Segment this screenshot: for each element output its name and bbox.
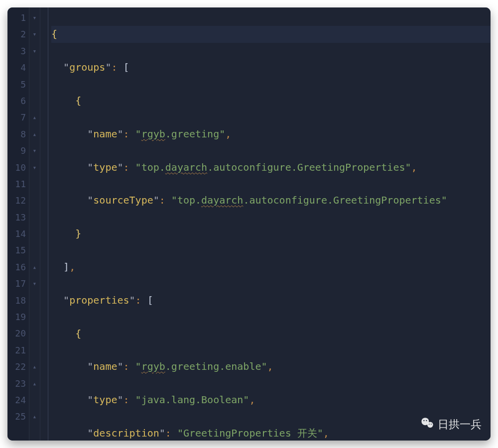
- code-line: {: [51, 326, 491, 342]
- code-line: "type": "top.dayarch.autoconfigure.Greet…: [51, 159, 491, 176]
- indent-guide: [40, 7, 48, 441]
- line-number: 17: [7, 275, 26, 292]
- fold-toggle-icon[interactable]: ▴: [29, 408, 40, 425]
- fold-toggle-icon[interactable]: ▴: [29, 109, 40, 125]
- code-line: "name": "rgyb.greeting",: [51, 126, 491, 142]
- fold-toggle-icon: [29, 59, 40, 76]
- line-number: 2: [7, 26, 26, 42]
- code-line: }: [51, 225, 491, 242]
- fold-toggle-icon[interactable]: ▾: [29, 142, 40, 159]
- code-line: "properties": [: [51, 292, 491, 309]
- editor-frame: 1234567891011121314151617181920212223242…: [7, 7, 491, 441]
- watermark-text: 日拱一兵: [438, 417, 482, 432]
- fold-toggle-icon: [29, 93, 40, 109]
- line-number: 21: [7, 342, 26, 358]
- line-number: 14: [7, 225, 26, 242]
- code-line: ],: [51, 259, 491, 275]
- line-number: 11: [7, 176, 26, 192]
- code-line: "groups": [: [51, 59, 491, 76]
- fold-toggle-icon: [29, 192, 40, 209]
- svg-point-3: [426, 420, 427, 421]
- fold-toggle-icon: [29, 225, 40, 242]
- fold-toggle-icon[interactable]: ▾: [29, 9, 40, 26]
- line-number: 22: [7, 358, 26, 375]
- fold-toggle-icon: [29, 342, 40, 358]
- line-number: 20: [7, 325, 26, 341]
- fold-toggle-icon[interactable]: ▴: [29, 358, 40, 375]
- fold-column[interactable]: ▾▾▾▴▴▾▾▴▾▴▴▴: [29, 7, 40, 441]
- line-number: 18: [7, 292, 26, 309]
- fold-toggle-icon: [29, 292, 40, 309]
- svg-point-4: [429, 424, 430, 425]
- fold-toggle-icon[interactable]: ▴: [29, 375, 40, 392]
- fold-toggle-icon[interactable]: ▴: [29, 259, 40, 275]
- code-line: "type": "java.lang.Boolean",: [51, 392, 491, 408]
- svg-point-2: [423, 420, 424, 421]
- line-number: 23: [7, 375, 26, 392]
- fold-toggle-icon[interactable]: ▾: [29, 43, 40, 59]
- line-number: 24: [7, 392, 26, 408]
- svg-point-1: [427, 422, 433, 428]
- code-area[interactable]: { "groups": [ { "name": "rgyb.greeting",…: [48, 7, 491, 441]
- line-number: 25: [7, 408, 26, 425]
- svg-point-5: [431, 424, 432, 425]
- line-number: 19: [7, 309, 26, 325]
- line-number: 4: [7, 59, 26, 76]
- line-number: 5: [7, 76, 26, 93]
- code-line: {: [51, 26, 491, 42]
- line-number: 6: [7, 93, 26, 109]
- fold-toggle-icon[interactable]: ▾: [29, 26, 40, 42]
- code-line: "name": "rgyb.greeting.enable",: [51, 358, 491, 375]
- fold-toggle-icon: [29, 176, 40, 192]
- line-number: 10: [7, 159, 26, 176]
- line-number: 15: [7, 242, 26, 258]
- fold-toggle-icon: [29, 76, 40, 93]
- wechat-icon: [420, 416, 435, 434]
- line-number: 3: [7, 43, 26, 59]
- line-number-gutter: 1234567891011121314151617181920212223242…: [7, 7, 29, 441]
- line-number: 9: [7, 142, 26, 159]
- fold-toggle-icon: [29, 209, 40, 225]
- line-number: 12: [7, 192, 26, 209]
- line-number: 7: [7, 109, 26, 125]
- code-line: "sourceType": "top.dayarch.autoconfigure…: [51, 192, 491, 209]
- line-number: 16: [7, 259, 26, 275]
- fold-toggle-icon: [29, 309, 40, 325]
- fold-toggle-icon[interactable]: ▾: [29, 275, 40, 292]
- fold-toggle-icon[interactable]: ▴: [29, 126, 40, 142]
- fold-toggle-icon: [29, 325, 40, 341]
- line-number: 1: [7, 9, 26, 26]
- fold-toggle-icon: [29, 392, 40, 408]
- line-number: 13: [7, 209, 26, 225]
- fold-toggle-icon[interactable]: ▾: [29, 159, 40, 176]
- line-number: 8: [7, 126, 26, 142]
- code-line: {: [51, 93, 491, 109]
- watermark: 日拱一兵: [420, 416, 482, 434]
- fold-toggle-icon: [29, 242, 40, 258]
